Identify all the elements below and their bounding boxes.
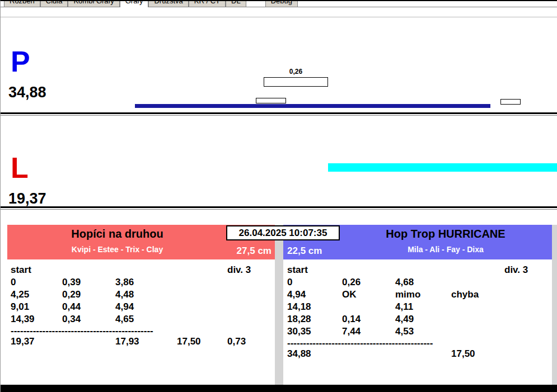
right-scroll-strip[interactable] <box>552 225 557 385</box>
team-right-results-table: start div. 3 00,264,68 4,94OKmimochyba 1… <box>283 259 552 360</box>
window-bottom-bar <box>1 385 557 392</box>
division-label: div. 3 <box>227 265 275 276</box>
tab-grafy[interactable]: Grafy <box>120 1 149 7</box>
lane-divider <box>1 112 557 114</box>
table-header-row: start div. 3 <box>7 264 275 276</box>
table-separator: ----------------------------------------… <box>7 325 275 336</box>
team-left-panel: Hopíci na druhou Kvipi - Estee - Trix - … <box>7 225 275 385</box>
lane-l-letter: L <box>11 153 29 182</box>
tab-label: Rozbeh <box>10 1 35 5</box>
lane-p-time: 34,88 <box>8 85 46 100</box>
lane-divider-thin <box>1 115 557 116</box>
tab-bar-underline <box>1 7 557 7</box>
team-left-results-table: start div. 3 00,393,86 4,250,294,48 9,01… <box>7 259 275 348</box>
lane-l-progress-bar <box>328 163 557 172</box>
tab-label: Cidla <box>46 1 63 5</box>
lane-p-sensor-box <box>256 98 286 103</box>
table-separator: ----------------------------------------… <box>283 338 552 348</box>
team-right-members: Mila - Ali - Fay - Dixa <box>283 245 552 254</box>
lane-p-split-box <box>264 77 328 87</box>
start-label: start <box>287 265 342 276</box>
team-right-panel: Hop Trop HURRICANE Mila - Ali - Fay - Di… <box>283 225 552 385</box>
lane-divider-2-thin <box>1 209 557 210</box>
table-header-row: start div. 3 <box>283 264 552 276</box>
table-row: 4,94OKmimochyba <box>283 289 552 301</box>
division-label: div. 3 <box>504 265 552 276</box>
tab-label: Grafy <box>125 1 143 5</box>
lane-l-time: 19,37 <box>8 191 46 206</box>
lane-p-split-label: 0,26 <box>264 68 328 75</box>
timestamp-text: 26.04.2025 10:07:35 <box>239 228 327 239</box>
team-left-jump-height: 27,5 cm <box>237 245 272 257</box>
lane-p-letter: P <box>11 47 30 76</box>
tab-label: KR / ČT <box>194 1 220 5</box>
table-row: 00,264,68 <box>283 276 552 289</box>
tab-label: DL <box>231 1 241 5</box>
table-total-row: 34,8817,50 <box>283 348 552 360</box>
timestamp-box: 26.04.2025 10:07:35 <box>226 225 340 240</box>
lane-divider-2 <box>1 206 557 208</box>
tab-label: Debug <box>271 1 292 5</box>
team-left-members: Kvipi - Estee - Trix - Clay <box>7 245 275 254</box>
lane-p-progress-bar <box>135 104 490 108</box>
team-right-jump-height: 22,5 cm <box>287 245 322 257</box>
app-window: Rozbeh Cidla Kombi Grafy Grafy Družstva … <box>0 0 557 392</box>
lane-p-sensor-box-2 <box>500 99 521 105</box>
table-total-row: 19,3717,9317,500,73 <box>7 336 275 348</box>
table-row: 4,250,294,48 <box>7 289 275 301</box>
table-row: 18,280,144,49 <box>283 313 552 325</box>
table-row: 30,357,444,53 <box>283 325 552 338</box>
table-row: 14,184,11 <box>283 301 552 313</box>
tab-label: Kombi Grafy <box>73 1 114 5</box>
start-label: start <box>11 265 62 276</box>
panel-top-divider <box>1 17 557 17</box>
table-row: 9,010,444,94 <box>7 301 275 313</box>
table-row: 00,393,86 <box>7 276 275 289</box>
panel-splitter[interactable] <box>275 225 283 385</box>
table-row: 14,390,344,65 <box>7 313 275 325</box>
tab-label: Družstva <box>154 1 182 5</box>
